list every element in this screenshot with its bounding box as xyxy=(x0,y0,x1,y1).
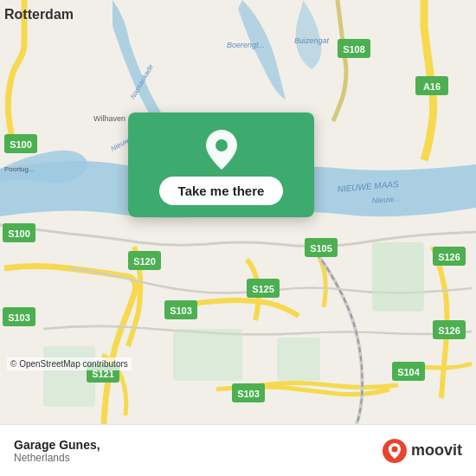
svg-text:Rotterdam: Rotterdam xyxy=(4,7,74,22)
svg-text:S100: S100 xyxy=(8,228,30,239)
svg-text:S105: S105 xyxy=(310,243,332,254)
copyright-text: © OpenStreetMap contributors xyxy=(7,357,132,370)
svg-text:S120: S120 xyxy=(133,256,156,267)
location-info: Garage Gunes, Netherlands xyxy=(14,438,100,464)
moovit-text: moovit xyxy=(411,441,462,460)
svg-text:Boerengt...: Boerengt... xyxy=(227,41,265,49)
svg-text:S100: S100 xyxy=(10,139,32,150)
location-country: Netherlands xyxy=(14,452,100,464)
popup-green-area: Take me there xyxy=(128,113,314,217)
svg-text:S103: S103 xyxy=(237,389,260,399)
svg-point-45 xyxy=(391,446,397,452)
moovit-icon xyxy=(382,438,408,464)
svg-rect-2 xyxy=(173,329,242,381)
svg-text:S103: S103 xyxy=(8,312,30,323)
svg-point-43 xyxy=(215,139,228,151)
svg-text:Wilhaven: Wilhaven xyxy=(93,114,125,123)
svg-text:Buizengat: Buizengat xyxy=(294,36,330,45)
popup-card: Take me there xyxy=(128,113,314,217)
svg-text:S125: S125 xyxy=(252,284,274,294)
svg-text:S104: S104 xyxy=(397,367,421,377)
bottom-bar: Garage Gunes, Netherlands moovit xyxy=(0,424,476,476)
svg-rect-4 xyxy=(277,338,320,381)
svg-text:S103: S103 xyxy=(170,306,192,316)
moovit-logo: moovit xyxy=(382,438,462,464)
svg-text:S126: S126 xyxy=(438,252,460,262)
map-area: S100 S108 A16 S103 S120 S103 S125 S105 S… xyxy=(0,0,476,424)
svg-text:Poortug...: Poortug... xyxy=(4,165,35,173)
location-pin-icon xyxy=(203,128,241,166)
svg-text:S126: S126 xyxy=(438,325,460,336)
svg-text:S108: S108 xyxy=(343,44,365,55)
location-name: Garage Gunes, xyxy=(14,438,100,452)
svg-text:A16: A16 xyxy=(423,81,441,92)
take-me-there-button[interactable]: Take me there xyxy=(159,177,284,205)
svg-rect-1 xyxy=(372,242,424,312)
